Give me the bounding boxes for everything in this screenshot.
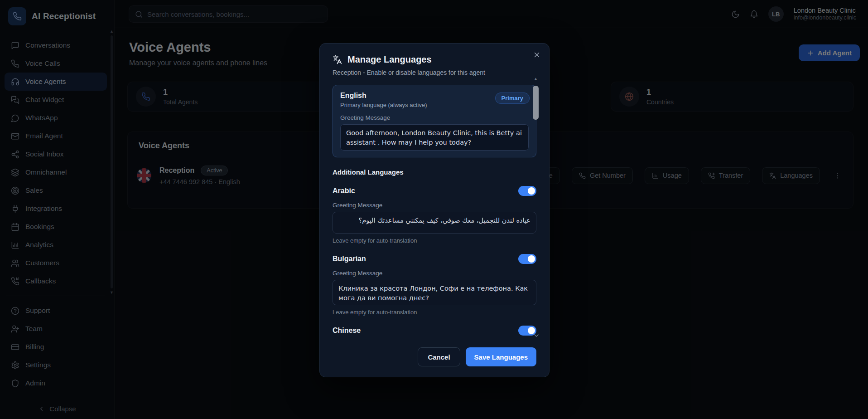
modal-subtitle: Reception - Enable or disable languages … [333, 69, 536, 76]
additional-languages-heading: Additional Languages [333, 168, 536, 176]
english-greeting-textarea[interactable]: Good afternoon, London Beauty Clinic, th… [340, 124, 529, 151]
arabic-greeting-textarea[interactable]: عياده لندن للتجميل، معك صوفي، كيف يمكنني… [333, 212, 536, 234]
modal-title: Manage Languages [347, 54, 432, 65]
modal-header: Manage Languages Reception - Enable or d… [320, 44, 549, 76]
language-name: Bulgarian [333, 255, 366, 263]
greeting-message-label: Greeting Message [333, 270, 536, 277]
greeting-message-label: Greeting Message [340, 114, 529, 121]
save-languages-button[interactable]: Save Languages [466, 347, 536, 366]
auto-translate-hint: Leave empty for auto-translation [333, 237, 536, 244]
app-window: AI Receptionist Conversations Voice Call… [0, 0, 868, 419]
arabic-toggle[interactable] [518, 186, 536, 196]
english-language-card: English Primary language (always active)… [333, 85, 536, 157]
close-icon[interactable] [533, 51, 541, 59]
language-name: Arabic [333, 187, 355, 195]
arabic-language-block: Arabic Greeting Message عياده لندن للتجم… [333, 186, 536, 244]
bulgarian-toggle[interactable] [518, 254, 536, 264]
greeting-message-label: Greeting Message [333, 202, 536, 209]
cancel-button[interactable]: Cancel [418, 347, 460, 366]
toggle-knob [528, 255, 535, 263]
modal-scroll-up-icon[interactable]: ▲ [533, 76, 539, 81]
primary-badge: Primary [495, 93, 530, 104]
language-name: Chinese [333, 326, 361, 335]
auto-translate-hint: Leave empty for auto-translation [333, 309, 536, 316]
toggle-knob [528, 187, 535, 195]
modal-scroll-down-icon[interactable] [533, 332, 540, 339]
modal-scrollbar-thumb[interactable] [533, 86, 539, 120]
languages-scroll-area: English Primary language (always active)… [320, 85, 549, 342]
languages-icon [333, 55, 342, 64]
bulgarian-greeting-textarea[interactable]: Клиника за красота Лондон, Софи е на тел… [333, 280, 536, 305]
modal-footer: Cancel Save Languages [320, 341, 549, 377]
bulgarian-language-block: Bulgarian Greeting Message Клиника за кр… [333, 254, 536, 316]
chinese-language-block: Chinese Greeting Message 伦敦美容诊所，苏菲为您服务。今… [333, 326, 536, 342]
manage-languages-modal: Manage Languages Reception - Enable or d… [319, 43, 550, 377]
